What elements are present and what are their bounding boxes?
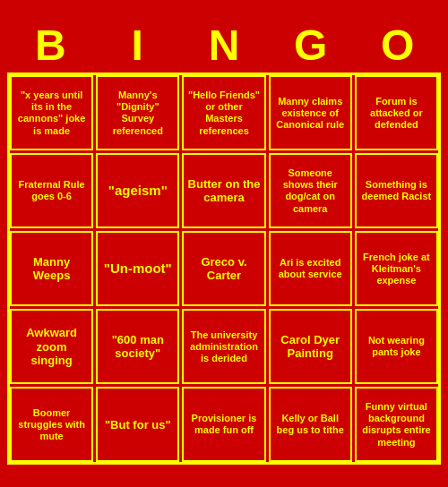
bingo-header: B I N G O <box>7 22 441 70</box>
bingo-cell-18[interactable]: Carol Dyer Painting <box>269 309 352 384</box>
letter-b: B <box>7 22 94 70</box>
bingo-cell-22[interactable]: Provisioner is made fun off <box>182 387 265 462</box>
bingo-cell-17[interactable]: The university administration is derided <box>182 309 265 384</box>
bingo-card: B I N G O "x years until its in the cann… <box>0 15 448 473</box>
letter-o: O <box>354 22 441 70</box>
bingo-cell-9[interactable]: Something is deemed Racist <box>355 153 438 228</box>
bingo-cell-10[interactable]: Manny Weeps <box>10 231 93 306</box>
bingo-cell-20[interactable]: Boomer struggles with mute <box>10 387 93 462</box>
bingo-cell-13[interactable]: Ari is excited about service <box>269 231 352 306</box>
bingo-cell-15[interactable]: Awkward zoom singing <box>10 309 93 384</box>
bingo-grid: "x years until its in the cannons" joke … <box>7 73 441 465</box>
bingo-cell-23[interactable]: Kelly or Ball beg us to tithe <box>269 387 352 462</box>
bingo-cell-12[interactable]: Greco v. Carter <box>182 231 265 306</box>
bingo-cell-6[interactable]: "ageism" <box>96 153 179 228</box>
bingo-cell-21[interactable]: "But for us" <box>96 387 179 462</box>
bingo-cell-24[interactable]: Funny virtual background disrupts entire… <box>355 387 438 462</box>
bingo-cell-3[interactable]: Manny claims existence of Canonical rule <box>269 75 352 150</box>
bingo-cell-8[interactable]: Someone shows their dog/cat on camera <box>269 153 352 228</box>
letter-i: I <box>94 22 181 70</box>
bingo-cell-5[interactable]: Fraternal Rule goes 0-6 <box>10 153 93 228</box>
bingo-cell-2[interactable]: "Hello Friends" or other Masters referen… <box>182 75 265 150</box>
bingo-cell-19[interactable]: Not wearing pants joke <box>355 309 438 384</box>
letter-n: N <box>181 22 268 70</box>
bingo-cell-11[interactable]: "Un-moot" <box>96 231 179 306</box>
letter-g: G <box>267 22 354 70</box>
bingo-cell-7[interactable]: Butter on the camera <box>182 153 265 228</box>
bingo-cell-4[interactable]: Forum is attacked or defended <box>355 75 438 150</box>
bingo-cell-14[interactable]: French joke at Kleitman's expense <box>355 231 438 306</box>
bingo-cell-0[interactable]: "x years until its in the cannons" joke … <box>10 75 93 150</box>
bingo-cell-1[interactable]: Manny's "Dignity" Survey referenced <box>96 75 179 150</box>
bingo-cell-16[interactable]: "600 man society" <box>96 309 179 384</box>
